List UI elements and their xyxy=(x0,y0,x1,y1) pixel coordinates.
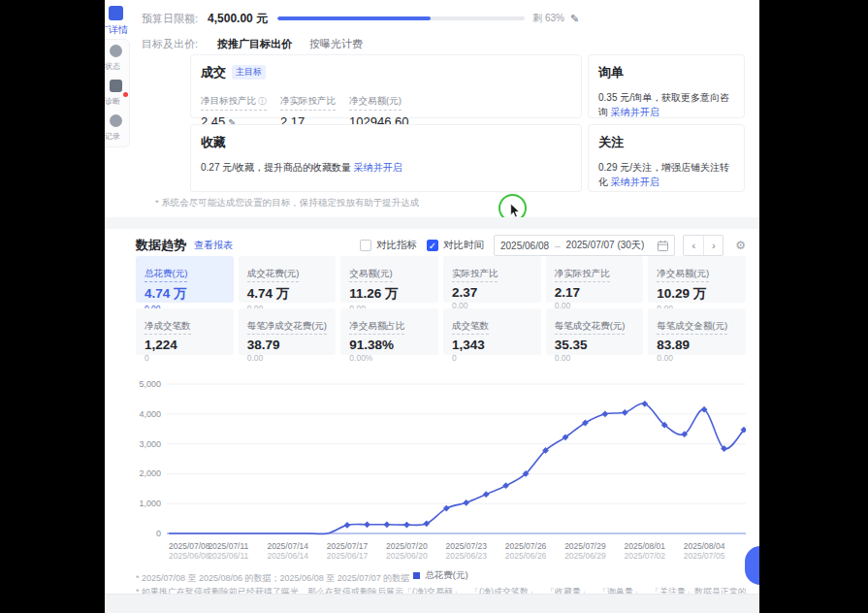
goal-note: * 系统会尽可能达成您设置的目标，保持稳定投放有助于提升达成 xyxy=(155,197,419,210)
trend-title: 数据趋势 xyxy=(136,237,186,254)
tab-bid-by-impression[interactable]: 按曝光计费 xyxy=(309,37,363,51)
trend-header: 数据趋势 查看报表 对比指标 ✓ 对比时间 2025/06/08 – 2025/… xyxy=(136,234,746,257)
x-tick-secondary: 2025/07/02 xyxy=(624,551,665,561)
floating-helper-button[interactable] xyxy=(745,546,759,585)
status-icon xyxy=(110,45,122,57)
metric-card-net-cost-per-order[interactable]: 每笔净成交花费(元) 38.79 0.00 xyxy=(239,308,337,355)
rail-item-diagnose[interactable]: 诊断 xyxy=(105,75,129,110)
adopt-and-enable-link[interactable]: 采纳并开启 xyxy=(611,107,659,117)
metric-label: 净实际投产比 xyxy=(555,268,610,282)
metric-card-amount-per-order[interactable]: 每笔成交金额(元) 83.89 0.00 xyxy=(648,308,746,355)
rail-item-history[interactable]: 记录 xyxy=(105,110,129,145)
metric-label: 每笔成交花费(元) xyxy=(555,320,626,335)
rail-item-label: 诊断 xyxy=(105,96,129,107)
metric-label: 净成交笔数 xyxy=(145,320,191,335)
metric-label: 净交易额(元) xyxy=(657,268,709,282)
compare-time-label: 对比时间 xyxy=(443,239,484,252)
x-tick-primary: 2025/08/01 xyxy=(624,541,665,551)
metric-compare-value: 0.00 xyxy=(657,353,737,363)
metric-compare-value: 0 xyxy=(145,353,225,363)
metric-label: 成交笔数 xyxy=(452,320,489,335)
x-tick: 2025/07/172025/06/17 xyxy=(327,541,369,561)
metric-value: 2.37 xyxy=(452,285,532,300)
metric-card-net-gmv[interactable]: 净交易额(元) 10.29 万 0.00 xyxy=(648,256,746,303)
goal-card-deal[interactable]: 成交主目标 净目标投产比ⓘ 2.45✎ 净实际投产比 2.17 净交易额(元) … xyxy=(190,54,582,118)
history-icon xyxy=(110,114,122,127)
calendar-icon xyxy=(658,241,668,251)
adopt-and-enable-link[interactable]: 采纳并开启 xyxy=(611,177,659,187)
metric-card-total-spend[interactable]: 总花费(元) 4.74 万 0.00 xyxy=(136,256,234,303)
metric-card-net-gmv-ratio[interactable]: 净交易额占比 91.38% 0.00% xyxy=(340,308,438,355)
promotion-detail-icon[interactable] xyxy=(109,6,123,20)
metric-card-roi[interactable]: 实际投产比 2.37 0.00 xyxy=(443,256,541,303)
budget-amount: 4,500.00 元 xyxy=(208,11,268,27)
adopt-and-enable-link[interactable]: 采纳并开启 xyxy=(354,162,402,173)
next-period-button[interactable]: › xyxy=(703,236,723,255)
tab-bid-by-goal[interactable]: 按推广目标出价 xyxy=(217,37,292,51)
left-rail: 广详情 状态 诊断 记录 xyxy=(105,0,134,194)
x-tick-primary: 2025/07/11 xyxy=(208,541,248,551)
goal-card-favorite[interactable]: 收藏 0.27 元/收藏，提升商品的收藏数量 采纳并开启 xyxy=(190,124,582,192)
metric-value: 11.26 万 xyxy=(349,285,430,303)
date-range-picker[interactable]: 2025/06/08 – 2025/07/07 (30天) xyxy=(494,235,675,256)
metric-card-cost-per-order[interactable]: 每笔成交花费(元) 35.35 0.00 xyxy=(546,308,644,355)
trend-chart: 01,0002,0003,0004,0005,000 2025/07/08202… xyxy=(136,376,746,570)
settings-gear-icon[interactable]: ⚙ xyxy=(735,239,746,252)
y-tick-label: 2,000 xyxy=(139,468,161,478)
screen: 广详情 状态 诊断 记录 预算日限额: 4,500.00 元 xyxy=(0,0,868,613)
metric-value: 4.74 万 xyxy=(145,285,225,303)
footer-band xyxy=(105,594,759,613)
metric-label: 净交易额占比 xyxy=(349,320,404,335)
x-tick-secondary: 2025/06/23 xyxy=(445,551,487,561)
metric-card-deal-spend[interactable]: 成交花费(元) 4.74 万 0.00 xyxy=(239,256,337,303)
line-chart-svg xyxy=(167,376,746,541)
rail-active-label[interactable]: 广详情 xyxy=(105,23,128,37)
metric-card-orders[interactable]: 成交笔数 1,343 0 xyxy=(443,308,541,355)
rail-item-status[interactable]: 状态 xyxy=(105,40,129,75)
metric-card-gmv[interactable]: 交易额(元) 11.26 万 0.00 xyxy=(340,256,438,303)
metric-compare-value: 0.00 xyxy=(247,353,328,363)
metric-value: 10.29 万 xyxy=(657,285,737,303)
metric-compare-value: 0.00 xyxy=(555,353,635,363)
metric-card-net-roi[interactable]: 净实际投产比 2.17 0.00 xyxy=(546,256,644,303)
date-range-start: 2025/06/08 xyxy=(500,241,549,251)
metric-compare-value: 0 xyxy=(452,353,532,363)
x-tick-secondary: 2025/06/14 xyxy=(267,551,308,561)
goal-card-title: 收藏 xyxy=(201,134,226,151)
metric-compare-value: 0.00% xyxy=(349,353,430,363)
view-report-link[interactable]: 查看报表 xyxy=(194,239,233,252)
metric-label: 每笔成交金额(元) xyxy=(657,320,727,335)
goal-metric: 净交易额(元) 102946.60 xyxy=(349,90,408,129)
prev-period-button[interactable]: ‹ xyxy=(684,236,703,255)
compare-metric-checkbox[interactable] xyxy=(360,240,371,251)
compare-time-checkbox[interactable]: ✓ xyxy=(427,240,438,251)
goal-metric-label: 净目标投产比ⓘ xyxy=(201,95,267,111)
x-tick: 2025/08/042025/07/05 xyxy=(684,541,725,561)
goal-card-title: 成交 xyxy=(201,64,226,81)
rail-item-label: 记录 xyxy=(105,131,129,142)
metric-card-net-orders[interactable]: 净成交笔数 1,224 0 xyxy=(136,308,234,355)
x-tick-secondary: 2025/06/20 xyxy=(386,551,428,561)
metric-value: 2.17 xyxy=(555,285,635,300)
x-tick-secondary: 2025/06/29 xyxy=(564,551,606,561)
goal-card-desc: 0.27 元/收藏，提升商品的收藏数量 采纳并开启 xyxy=(201,161,571,176)
x-tick: 2025/07/262025/06/26 xyxy=(505,541,547,561)
y-tick-label: 5,000 xyxy=(139,379,161,389)
metric-value: 1,224 xyxy=(145,338,225,352)
y-tick-label: 4,000 xyxy=(139,409,161,419)
x-tick-secondary: 2025/06/11 xyxy=(208,551,248,561)
content-panel: 广详情 状态 诊断 记录 预算日限额: 4,500.00 元 xyxy=(105,0,759,613)
metric-value: 4.74 万 xyxy=(247,285,328,303)
metric-value: 91.38% xyxy=(349,338,430,352)
budget-progress-fill xyxy=(277,16,431,20)
budget-edit-icon[interactable]: ✎ xyxy=(570,13,579,25)
goal-metric: 净实际投产比 2.17 xyxy=(280,90,336,129)
x-tick-primary: 2025/07/20 xyxy=(386,541,428,551)
goal-card-inquiry[interactable]: 询单 0.35 元/询单，获取更多意向咨询 采纳并开启 xyxy=(588,54,745,118)
info-icon[interactable]: ⓘ xyxy=(258,96,267,106)
metric-value: 38.79 xyxy=(247,338,328,352)
goal-card-follow[interactable]: 关注 0.29 元/关注，增强店铺关注转化 采纳并开启 xyxy=(588,124,745,192)
metric-label: 实际投产比 xyxy=(452,268,498,282)
x-tick: 2025/07/142025/06/14 xyxy=(267,541,308,561)
primary-goal-badge: 主目标 xyxy=(232,65,266,80)
